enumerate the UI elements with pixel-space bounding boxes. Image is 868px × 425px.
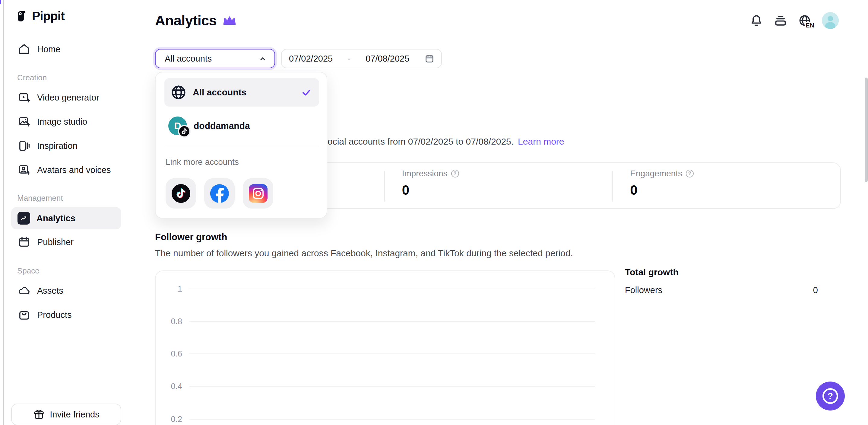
sidebar-item-label: Image studio <box>37 117 87 127</box>
window-edge-line <box>3 0 4 425</box>
header-actions: EN <box>749 12 839 29</box>
sidebar-item-label: Analytics <box>36 214 75 223</box>
page-title: Analytics <box>155 12 237 29</box>
sidebar-section-management: Management <box>17 194 63 202</box>
sidebar-item-home[interactable]: Home <box>11 38 121 60</box>
date-range-picker[interactable]: 07/02/2025 - 07/08/2025 <box>281 49 442 68</box>
home-icon <box>18 42 31 56</box>
user-avatar[interactable] <box>822 12 839 29</box>
sidebar-item-products[interactable]: Products <box>11 304 121 326</box>
link-more-accounts-label: Link more accounts <box>165 157 239 167</box>
gridline <box>189 289 595 289</box>
sidebar-item-avatars-voices[interactable]: Avatars and voices <box>11 159 121 181</box>
follower-growth-title: Follower growth <box>155 232 227 243</box>
avatars-voices-icon <box>18 163 31 177</box>
question-mark-icon: ? <box>823 388 838 404</box>
sidebar-item-label: Assets <box>37 286 63 296</box>
total-growth-label: Followers <box>625 285 662 295</box>
sidebar-item-label: Avatars and voices <box>37 165 111 175</box>
learn-more-link[interactable]: Learn more <box>518 135 564 148</box>
dropdown-divider <box>164 147 319 147</box>
metric-value: 0 <box>402 182 612 198</box>
screen-corner-artifact <box>0 0 1 4</box>
sidebar-item-analytics[interactable]: Analytics <box>11 207 121 229</box>
metric-label: Engagements <box>630 169 682 178</box>
brand-name: Pippit <box>32 9 65 23</box>
sidebar-item-assets[interactable]: Assets <box>11 280 121 302</box>
tiktok-badge-icon <box>178 125 191 138</box>
sidebar-item-label: Publisher <box>37 237 73 247</box>
metric-divider <box>612 171 613 202</box>
calendar-icon <box>424 53 435 64</box>
account-dropdown-panel: All accounts D doddamanda Link more acco… <box>155 72 327 219</box>
invite-friends-label: Invite friends <box>50 409 99 420</box>
total-growth-row: Followers 0 <box>625 285 818 295</box>
sidebar-item-publisher[interactable]: Publisher <box>11 231 121 253</box>
chart-tick-row: 0.4 <box>156 382 615 391</box>
inspiration-icon <box>18 139 31 152</box>
language-globe-icon[interactable]: EN <box>798 13 812 27</box>
assets-icon <box>18 284 31 297</box>
products-icon <box>18 308 31 321</box>
sidebar-item-label: Products <box>37 310 71 320</box>
gridline <box>189 419 595 420</box>
gridline <box>189 353 595 354</box>
pippit-analytics-page: Pippit Home Creation Video generator Ima… <box>0 0 868 425</box>
follower-growth-chart: 1 0.8 0.6 0.4 0.2 <box>155 271 615 425</box>
chart-tick-row: 0.2 <box>156 415 615 424</box>
y-tick-label: 0.6 <box>156 349 182 359</box>
link-accounts-row <box>165 178 273 208</box>
dropdown-option-all-accounts[interactable]: All accounts <box>164 78 319 107</box>
metric-column-engagements: Engagements ? 0 <box>612 163 840 208</box>
total-growth-value: 0 <box>813 285 818 295</box>
date-start: 07/02/2025 <box>289 54 333 64</box>
overview-description-text: ocial accounts from 07/02/2025 to 07/08/… <box>328 135 514 148</box>
chart-tick-row: 0.6 <box>156 349 615 358</box>
notifications-bell-icon[interactable] <box>749 13 763 27</box>
metric-label: Impressions <box>402 169 447 178</box>
y-tick-label: 0.2 <box>156 415 182 424</box>
dropdown-option-doddamanda[interactable]: D doddamanda <box>164 111 319 141</box>
help-button[interactable]: ? <box>816 381 845 410</box>
link-tiktok-button[interactable] <box>165 178 196 208</box>
gridline <box>189 321 595 322</box>
total-growth-title: Total growth <box>625 267 818 277</box>
globe-icon <box>170 84 187 101</box>
sidebar-section-space: Space <box>17 266 39 275</box>
image-studio-icon <box>18 115 31 128</box>
pippit-logo-icon <box>15 10 28 23</box>
dropdown-option-label: doddamanda <box>194 121 250 131</box>
sidebar-item-inspiration[interactable]: Inspiration <box>11 135 121 157</box>
account-avatar: D <box>168 116 187 135</box>
link-instagram-button[interactable] <box>243 178 273 208</box>
analytics-icon <box>18 212 30 225</box>
chart-tick-row: 1 <box>156 284 615 293</box>
language-code: EN <box>805 22 815 29</box>
invite-friends-button[interactable]: Invite friends <box>11 403 121 425</box>
link-facebook-button[interactable] <box>204 178 235 208</box>
crown-premium-icon <box>223 16 237 26</box>
chevron-up-icon <box>258 54 267 63</box>
follower-growth-description: The number of followers you gained acros… <box>155 248 573 258</box>
sidebar-item-label: Home <box>37 45 60 54</box>
sidebar-item-video-generator[interactable]: Video generator <box>11 86 121 109</box>
stack-orders-icon[interactable] <box>774 13 787 27</box>
pippit-logo[interactable]: Pippit <box>15 9 65 23</box>
y-tick-label: 0.4 <box>156 382 182 391</box>
help-icon[interactable]: ? <box>686 170 694 177</box>
metric-value: 0 <box>630 182 840 198</box>
check-icon <box>301 87 312 98</box>
sidebar-item-image-studio[interactable]: Image studio <box>11 111 121 133</box>
dropdown-option-label: All accounts <box>193 87 246 97</box>
sidebar-item-label: Video generator <box>37 93 99 103</box>
page-title-text: Analytics <box>155 12 217 29</box>
y-tick-label: 0.8 <box>156 317 182 326</box>
sidebar-item-label: Inspiration <box>37 141 78 151</box>
chart-tick-row: 0.8 <box>156 317 615 326</box>
account-select[interactable]: All accounts <box>155 49 275 68</box>
date-end: 07/08/2025 <box>366 54 409 64</box>
help-icon[interactable]: ? <box>451 170 459 177</box>
vertical-scrollbar-thumb[interactable] <box>865 78 868 182</box>
y-tick-label: 1 <box>156 284 182 294</box>
overview-description: ocial accounts from 07/02/2025 to 07/08/… <box>328 135 564 148</box>
